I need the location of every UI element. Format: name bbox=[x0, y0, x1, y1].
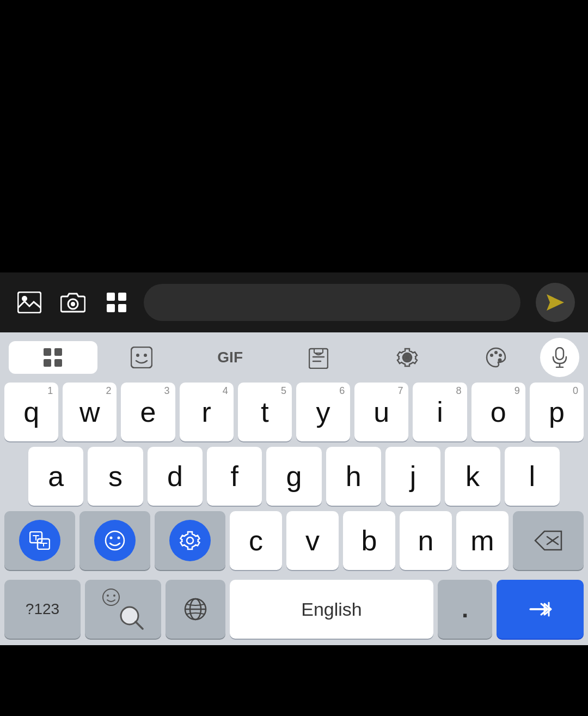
key-rows: 1q 2w 3e 4r 5t 6y 7u 8i 9o 0p a s d f g … bbox=[0, 380, 588, 578]
key-h[interactable]: h bbox=[326, 447, 381, 506]
svg-rect-16 bbox=[314, 349, 323, 353]
svg-point-38 bbox=[113, 594, 115, 597]
gif-label: GIF bbox=[217, 349, 243, 366]
translate-icon bbox=[19, 520, 60, 561]
keyboard-mic-button[interactable] bbox=[540, 338, 579, 377]
svg-point-31 bbox=[110, 537, 113, 539]
keyboard-sticker-icon[interactable] bbox=[97, 341, 186, 374]
keyboard-palette-icon[interactable] bbox=[451, 341, 540, 374]
key-e[interactable]: 3e bbox=[121, 383, 175, 441]
svg-point-36 bbox=[103, 589, 119, 605]
key-l[interactable]: l bbox=[505, 447, 560, 506]
key-m[interactable]: m bbox=[456, 511, 509, 570]
message-toolbar bbox=[0, 272, 588, 332]
key-row-2: a s d f g h j k l bbox=[4, 447, 584, 506]
key-u[interactable]: 7u bbox=[354, 383, 408, 441]
key-n[interactable]: n bbox=[400, 511, 452, 570]
key-space[interactable]: English bbox=[230, 580, 433, 639]
key-r[interactable]: 4r bbox=[180, 383, 234, 441]
svg-rect-5 bbox=[118, 293, 126, 301]
svg-rect-25 bbox=[556, 348, 564, 360]
svg-point-32 bbox=[118, 537, 120, 539]
keyboard-area: GIF bbox=[0, 332, 588, 645]
keyboard-clipboard-icon[interactable] bbox=[274, 341, 363, 374]
svg-rect-8 bbox=[44, 348, 51, 356]
key-b[interactable]: b bbox=[343, 511, 395, 570]
svg-rect-0 bbox=[18, 292, 41, 313]
key-period-label: . bbox=[462, 596, 468, 623]
key-123[interactable]: ?123 bbox=[4, 580, 81, 639]
key-g[interactable]: g bbox=[266, 447, 321, 506]
svg-rect-9 bbox=[54, 348, 62, 356]
emoji-icon bbox=[94, 520, 136, 561]
svg-point-23 bbox=[499, 354, 502, 357]
svg-line-40 bbox=[136, 622, 143, 629]
svg-rect-10 bbox=[44, 359, 51, 367]
svg-point-30 bbox=[106, 531, 124, 550]
gear-icon bbox=[169, 520, 211, 561]
key-space-label: English bbox=[301, 599, 362, 620]
key-s[interactable]: s bbox=[88, 447, 143, 506]
key-123-label: ?123 bbox=[26, 600, 59, 618]
key-gear[interactable] bbox=[155, 511, 225, 570]
keyboard-settings-icon[interactable] bbox=[363, 341, 452, 374]
camera-icon[interactable] bbox=[57, 286, 89, 319]
svg-point-24 bbox=[498, 359, 501, 362]
svg-point-22 bbox=[494, 351, 498, 354]
svg-rect-7 bbox=[118, 304, 126, 312]
key-t[interactable]: 5t bbox=[238, 383, 292, 441]
message-input[interactable] bbox=[144, 284, 520, 321]
svg-point-13 bbox=[136, 354, 139, 357]
key-enter[interactable] bbox=[497, 580, 584, 639]
keyboard-gif-button[interactable]: GIF bbox=[186, 341, 274, 374]
image-icon[interactable] bbox=[13, 286, 46, 319]
key-o[interactable]: 9o bbox=[471, 383, 525, 441]
key-k[interactable]: k bbox=[445, 447, 500, 506]
key-j[interactable]: j bbox=[385, 447, 440, 506]
svg-point-14 bbox=[144, 354, 147, 357]
svg-rect-4 bbox=[107, 293, 115, 301]
key-a[interactable]: a bbox=[28, 447, 83, 506]
svg-rect-11 bbox=[54, 359, 62, 367]
key-v[interactable]: v bbox=[286, 511, 339, 570]
svg-rect-6 bbox=[107, 304, 115, 312]
key-row-1: 1q 2w 3e 4r 5t 6y 7u 8i 9o 0p bbox=[4, 383, 584, 441]
top-area bbox=[0, 0, 588, 272]
keyboard-apps-icon[interactable] bbox=[9, 341, 97, 374]
svg-point-3 bbox=[71, 302, 75, 306]
key-p[interactable]: 0p bbox=[530, 383, 584, 441]
key-i[interactable]: 8i bbox=[413, 383, 467, 441]
key-f[interactable]: f bbox=[207, 447, 262, 506]
send-button[interactable] bbox=[536, 283, 575, 322]
svg-point-33 bbox=[187, 537, 193, 544]
keyboard-top-bar: GIF bbox=[0, 332, 588, 380]
key-d[interactable]: d bbox=[148, 447, 203, 506]
svg-rect-12 bbox=[131, 347, 152, 368]
key-emoji[interactable] bbox=[79, 511, 150, 570]
key-q[interactable]: 1q bbox=[4, 383, 58, 441]
key-y[interactable]: 6y bbox=[296, 383, 350, 441]
key-search-emoji[interactable] bbox=[85, 580, 161, 639]
key-globe[interactable] bbox=[166, 580, 225, 639]
key-period[interactable]: . bbox=[438, 580, 492, 639]
grid-icon[interactable] bbox=[100, 286, 133, 319]
key-w[interactable]: 2w bbox=[63, 383, 117, 441]
key-c[interactable]: c bbox=[230, 511, 282, 570]
key-row-3: c v b n m bbox=[4, 511, 584, 570]
svg-point-21 bbox=[490, 354, 493, 357]
key-translate[interactable] bbox=[4, 511, 75, 570]
svg-point-37 bbox=[107, 594, 109, 597]
delete-key[interactable] bbox=[513, 511, 584, 570]
bottom-row: ?123 bbox=[0, 578, 588, 645]
